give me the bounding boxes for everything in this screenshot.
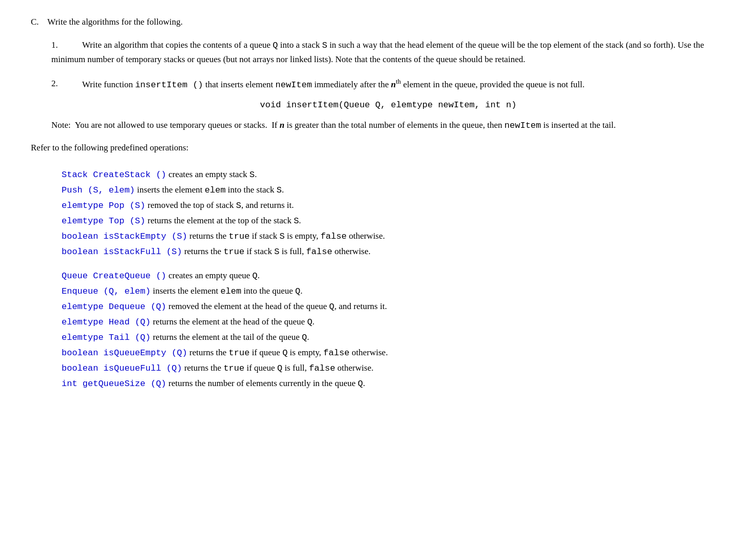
- stack-op-5-code: boolean isStackEmpty (S): [62, 232, 187, 241]
- stack-op-5-text4: otherwise.: [346, 231, 385, 241]
- s-mono-1: S: [322, 41, 327, 50]
- th-superscript: th: [396, 78, 401, 85]
- stack-op-2-text: inserts the element: [135, 185, 205, 195]
- queue-op-4-code: elemtype Head (Q): [62, 317, 150, 327]
- spacer-2: [62, 259, 725, 268]
- stack-op-5: boolean isStackEmpty (S) returns the tru…: [62, 229, 725, 244]
- queue-op-6-false: false: [323, 348, 350, 358]
- stack-ops-section: Stack CreateStack () creates an empty st…: [31, 158, 725, 391]
- stack-op-4-period: .: [299, 216, 301, 225]
- queue-op-1-text: creates an empty queue: [166, 271, 253, 280]
- stack-op-4-code: elemtype Top (S): [62, 216, 145, 226]
- stack-op-2-code: Push (S, elem): [62, 185, 135, 195]
- queue-op-6-true: true: [229, 348, 250, 358]
- stack-op-6-text4: otherwise.: [332, 246, 371, 256]
- n-italic-2: n: [280, 120, 284, 130]
- queue-op-7-text4: otherwise.: [335, 363, 374, 373]
- refer-section: Refer to the following predefined operat…: [31, 143, 725, 153]
- stack-op-1-s: S: [249, 170, 255, 180]
- queue-op-2-text: inserts the element: [150, 286, 220, 296]
- stack-op-6-s: S: [274, 247, 279, 257]
- page-content: C. Write the algorithms for the followin…: [31, 15, 725, 392]
- queue-op-7-q: Q: [277, 363, 282, 373]
- queue-op-1: Queue CreateQueue () creates an empty qu…: [62, 268, 725, 284]
- queue-op-1-period: .: [258, 271, 260, 280]
- queue-op-5: elemtype Tail (Q) returns the element at…: [62, 330, 725, 346]
- stack-op-6-text3: is full,: [279, 246, 306, 256]
- queue-op-2-q: Q: [295, 286, 300, 296]
- stack-op-4-s: S: [294, 216, 299, 226]
- refer-label: Refer to the following predefined operat…: [31, 143, 188, 152]
- queue-op-8-period: .: [363, 378, 365, 388]
- stack-op-1-period: .: [255, 169, 257, 179]
- queue-op-3-code: elemtype Dequeue (Q): [62, 302, 166, 312]
- stack-op-6-text: returns the: [182, 246, 224, 256]
- stack-op-3: elemtype Pop (S) removed the top of stac…: [62, 198, 725, 214]
- stack-op-5-s: S: [279, 232, 284, 241]
- queue-op-5-q: Q: [302, 333, 307, 342]
- stack-op-2-elem: elem: [205, 185, 226, 195]
- queue-op-6-text: returns the: [187, 348, 229, 357]
- stack-op-5-true: true: [229, 232, 250, 241]
- item-1-content: Write an algorithm that copies the conte…: [51, 40, 704, 64]
- new-item-mono-2: newItem: [505, 121, 541, 130]
- section-label: C.: [31, 17, 39, 27]
- queue-op-4-text: returns the element at the head of the q…: [150, 317, 307, 327]
- spacer-1: [62, 158, 725, 167]
- stack-op-4-text: returns the element at the top of the st…: [145, 216, 294, 225]
- stack-op-3-code: elemtype Pop (S): [62, 201, 145, 210]
- queue-op-1-q: Q: [253, 271, 258, 281]
- queue-op-7-true: true: [223, 363, 244, 373]
- queue-op-8-q: Q: [358, 379, 363, 389]
- queue-op-5-code: elemtype Tail (Q): [62, 333, 150, 342]
- stack-op-2: Push (S, elem) inserts the element elem …: [62, 183, 725, 198]
- stack-op-1-text: creates an empty stack: [166, 169, 249, 179]
- queue-op-3-text: removed the element at the head of the q…: [166, 301, 329, 311]
- queue-op-6: boolean isQueueEmpty (Q) returns the tru…: [62, 346, 725, 361]
- queue-op-8-text: returns the number of elements currently…: [166, 378, 358, 388]
- stack-op-2-s: S: [277, 185, 282, 195]
- stack-op-6-code: boolean isStackFull (S): [62, 247, 182, 257]
- queue-op-6-code: boolean isQueueEmpty (Q): [62, 348, 187, 358]
- queue-op-4: elemtype Head (Q) returns the element at…: [62, 315, 725, 330]
- stack-op-5-text: returns the: [187, 231, 229, 241]
- queue-op-8-code: int getQueueSize (Q): [62, 379, 166, 389]
- queue-op-4-q: Q: [307, 317, 312, 327]
- queue-op-2-period: .: [300, 286, 302, 296]
- list-item-2: 2. Write function insertItem () that ins…: [51, 76, 725, 132]
- queue-op-4-period: .: [313, 317, 315, 327]
- queue-op-1-code: Queue CreateQueue (): [62, 271, 166, 281]
- queue-op-2-code: Enqueue (Q, elem): [62, 286, 150, 296]
- queue-op-7-false: false: [309, 363, 335, 373]
- queue-op-6-q: Q: [282, 348, 287, 358]
- queue-op-5-period: .: [307, 332, 309, 342]
- list-item-1: 1. Write an algorithm that copies the co…: [51, 38, 725, 66]
- stack-op-2-text2: into the stack: [226, 185, 277, 195]
- queue-op-2-text2: into the queue: [241, 286, 295, 296]
- item-2-num: 2.: [51, 76, 67, 90]
- q-mono-1: Q: [273, 41, 278, 50]
- stack-op-5-false: false: [320, 232, 346, 241]
- stack-op-1-code: Stack CreateStack (): [62, 170, 166, 180]
- stack-op-6: boolean isStackFull (S) returns the true…: [62, 244, 725, 260]
- item-1-num: 1.: [51, 38, 67, 52]
- queue-op-6-text3: is empty,: [287, 348, 323, 357]
- section-title: Write the algorithms for the following.: [47, 17, 183, 27]
- queue-op-3: elemtype Dequeue (Q) removed the element…: [62, 299, 725, 315]
- main-list: 1. Write an algorithm that copies the co…: [31, 38, 725, 133]
- stack-op-6-false: false: [306, 247, 332, 257]
- stack-op-3-text: removed the top of stack: [145, 200, 236, 210]
- stack-op-3-s: S: [236, 201, 241, 210]
- function-signature: void insertItem(Queue Q, elemtype newIte…: [51, 98, 725, 112]
- stack-op-1: Stack CreateStack () creates an empty st…: [62, 167, 725, 183]
- stack-op-6-true: true: [223, 247, 244, 257]
- stack-op-4: elemtype Top (S) returns the element at …: [62, 214, 725, 229]
- stack-op-2-period: .: [282, 185, 284, 195]
- new-item-mono-1: newItem: [275, 80, 312, 90]
- queue-op-3-text2: , and returns it.: [334, 301, 386, 311]
- stack-op-3-text2: , and returns it.: [241, 200, 294, 210]
- queue-op-6-text2: if queue: [249, 348, 282, 357]
- stack-op-6-text2: if stack: [244, 246, 274, 256]
- insert-item-func: insertItem (): [135, 80, 203, 90]
- queue-op-7-text: returns the: [182, 363, 224, 373]
